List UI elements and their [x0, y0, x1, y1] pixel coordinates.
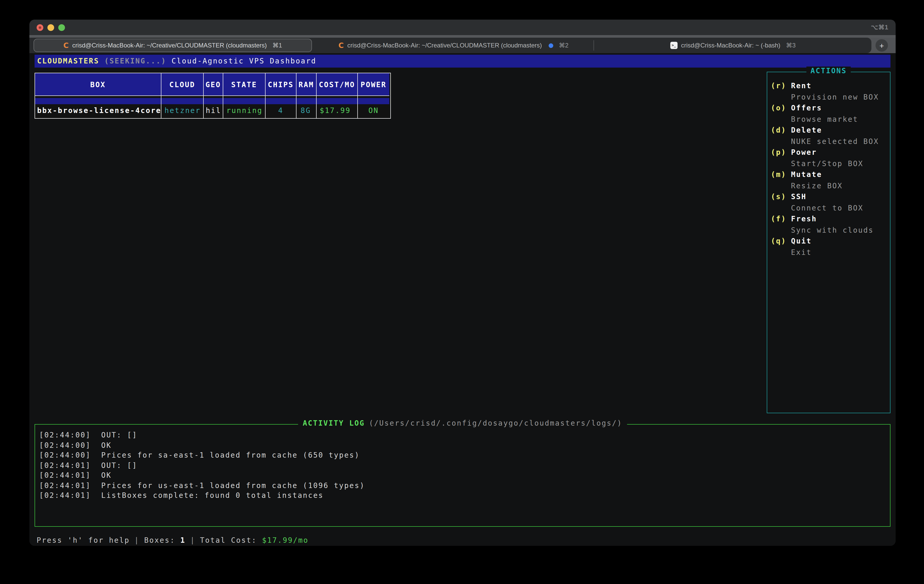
table-row-cell-power[interactable]: ON: [358, 96, 389, 118]
action-rent[interactable]: (r)Rent Provision new BOX: [767, 81, 890, 103]
column-header-power: POWER: [358, 73, 389, 96]
cloudmasters-app-icon: C: [338, 41, 344, 50]
new-tab-button[interactable]: +: [876, 39, 888, 51]
tabbar-top-strip: [30, 35, 896, 38]
action-label: Power: [791, 148, 817, 156]
action-key: (f): [771, 215, 786, 223]
table-row-cell-cost[interactable]: $17.99: [317, 96, 358, 118]
table-row-cell-cloud[interactable]: hetzner: [162, 96, 204, 118]
tab-shortcut: ⌘2: [559, 42, 568, 49]
log-timestamp: [02:44:01]: [39, 481, 91, 489]
tab-cloudmaster-2[interactable]: C crisd@Criss-MacBook-Air: ~/Creative/CL…: [313, 38, 594, 53]
column-header-chips: CHIPS: [266, 73, 297, 96]
action-ssh[interactable]: (s)SSH Connect to BOX: [767, 191, 890, 213]
app-subtitle: Cloud-Agnostic VPS Dashboard: [172, 57, 316, 65]
action-label: Offers: [791, 104, 822, 112]
window-hotkey-badge: ⌥⌘1: [871, 20, 888, 35]
log-entry: [02:44:01]OK: [39, 470, 890, 481]
action-mutate[interactable]: (m)Mutate Resize BOX: [767, 169, 890, 191]
action-description: Resize BOX: [767, 180, 890, 191]
log-timestamp: [02:44:01]: [39, 461, 91, 469]
table-row-cell-chips[interactable]: 4: [266, 96, 297, 118]
box-table: BOX CLOUD GEO STATE CHIPS RAM COST/MO PO…: [35, 73, 391, 119]
activity-log-lines: [02:44:00]OUT: [] [02:44:00]OK [02:44:00…: [35, 425, 890, 501]
log-timestamp: [02:44:01]: [39, 471, 91, 479]
table-row-cell-geo[interactable]: hil: [204, 96, 223, 118]
action-label: Mutate: [791, 170, 822, 179]
log-message: OUT: []: [101, 431, 137, 439]
terminal-prompt-icon: >_: [670, 42, 678, 49]
action-label: Rent: [791, 81, 812, 90]
action-description: Connect to BOX: [767, 202, 890, 213]
log-entry: [02:44:00]OK: [39, 440, 890, 450]
minimize-button[interactable]: [48, 24, 54, 31]
terminal-window: ⌥⌘1 C crisd@Criss-MacBook-Air: ~/Creativ…: [30, 20, 896, 546]
log-timestamp: [02:44:00]: [39, 441, 91, 449]
column-header-geo: GEO: [204, 73, 223, 96]
action-label: SSH: [791, 192, 807, 201]
action-description: Browse market: [767, 114, 890, 125]
separator: |: [134, 536, 139, 544]
log-message: ListBoxes complete: found 0 total instan…: [101, 491, 323, 500]
log-entry: [02:44:00]OUT: []: [39, 430, 890, 440]
separator: |: [190, 536, 195, 544]
app-status: (SEEKING...): [104, 57, 167, 65]
action-key: (s): [771, 192, 786, 201]
help-hint: Press 'h' for help: [36, 536, 130, 544]
log-entry: [02:44:00]Prices for sa-east-1 loaded fr…: [39, 450, 890, 460]
column-header-box: BOX: [35, 73, 162, 96]
modified-indicator-icon: [39, 26, 41, 29]
zoom-button[interactable]: [58, 24, 65, 31]
activity-log-path: (/Users/crisd/.config/dosaygo/cloudmaste…: [369, 419, 622, 427]
total-cost-value: $17.99/mo: [262, 536, 309, 544]
tab-bar: C crisd@Criss-MacBook-Air: ~/Creative/CL…: [30, 38, 896, 53]
table-row-cell-state[interactable]: running: [223, 96, 266, 118]
action-delete[interactable]: (d)Delete NUKE selected BOX: [767, 125, 890, 147]
action-key: (q): [771, 237, 786, 245]
action-description: NUKE selected BOX: [767, 136, 890, 147]
total-cost-label: Total Cost:: [200, 536, 257, 544]
table-row-cell-box[interactable]: bbx-browse-license-4core: [35, 96, 162, 118]
action-description: Sync with clouds: [767, 225, 890, 236]
screen: ⌥⌘1 C crisd@Criss-MacBook-Air: ~/Creativ…: [0, 0, 924, 584]
boxes-count: 1: [180, 536, 186, 544]
action-quit[interactable]: (q)Quit Exit: [767, 236, 890, 258]
log-message: OUT: []: [101, 461, 137, 469]
action-fresh[interactable]: (f)Fresh Sync with clouds: [767, 213, 890, 236]
tab-title: crisd@Criss-MacBook-Air: ~/Creative/CLOU…: [347, 42, 542, 49]
terminal-content: CLOUDMASTERS(SEEKING...)Cloud-Agnostic V…: [30, 53, 896, 546]
action-offers[interactable]: (o)Offers Browse market: [767, 103, 890, 125]
actions-panel: ACTIONS (r)Rent Provision new BOX (o)Off…: [767, 72, 891, 413]
action-key: (o): [771, 104, 786, 112]
table-row-cell-ram[interactable]: 8G: [297, 96, 317, 118]
action-key: (r): [771, 81, 786, 90]
tab-bash-3[interactable]: >_ crisd@Criss-MacBook-Air: ~ (-bash) ⌘3: [594, 38, 871, 53]
action-label: Fresh: [791, 215, 817, 223]
action-key: (d): [771, 126, 786, 134]
tab-shortcut: ⌘3: [786, 42, 795, 49]
tab-shortcut: ⌘1: [272, 42, 282, 49]
plus-icon: +: [879, 41, 884, 50]
app-header-bar: CLOUDMASTERS(SEEKING...)Cloud-Agnostic V…: [35, 55, 891, 68]
actions-panel-title: ACTIONS: [807, 66, 851, 75]
tab-title: crisd@Criss-MacBook-Air: ~/Creative/CLOU…: [72, 42, 267, 49]
action-key: (m): [771, 170, 786, 179]
activity-log-panel[interactable]: ACTIVITY LOG(/Users/crisd/.config/dosayg…: [35, 424, 891, 527]
tab-activity-dot-icon: [549, 43, 553, 48]
action-description: Exit: [767, 247, 890, 258]
log-entry: [02:44:01]OUT: []: [39, 460, 890, 470]
log-timestamp: [02:44:01]: [39, 491, 91, 500]
activity-log-name: ACTIVITY LOG: [303, 419, 365, 427]
log-message: OK: [101, 471, 112, 479]
column-header-ram: RAM: [297, 73, 317, 96]
log-message: Prices for sa-east-1 loaded from cache (…: [101, 451, 360, 459]
activity-log-title: ACTIVITY LOG(/Users/crisd/.config/dosayg…: [298, 419, 627, 427]
tab-cloudmaster-1[interactable]: C crisd@Criss-MacBook-Air: ~/Creative/CL…: [33, 39, 312, 52]
close-button[interactable]: [36, 24, 43, 31]
action-description: Provision new BOX: [767, 91, 890, 103]
cloudmasters-app-icon: C: [63, 41, 69, 50]
action-label: Quit: [791, 237, 812, 245]
log-message: OK: [101, 441, 112, 449]
action-label: Delete: [791, 126, 822, 134]
action-power[interactable]: (p)Power Start/Stop BOX: [767, 147, 890, 169]
